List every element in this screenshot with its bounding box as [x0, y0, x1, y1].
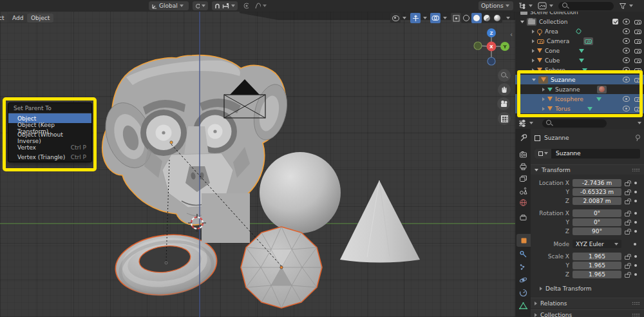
hide-eye-icon[interactable] [623, 48, 630, 53]
disclosure-icon[interactable] [532, 39, 535, 43]
object-name-field[interactable]: Suzanne [535, 149, 640, 158]
falloff-dropdown[interactable] [252, 1, 269, 10]
render-visibility-icon[interactable] [634, 48, 641, 53]
render-visibility-icon[interactable] [634, 57, 641, 63]
outliner-row-camera[interactable]: Camera [515, 36, 644, 46]
outliner-row-icosphere[interactable]: Icosphere [515, 94, 644, 104]
render-visibility-icon[interactable] [634, 77, 641, 82]
zoom-button[interactable] [498, 69, 511, 82]
hide-eye-icon[interactable] [623, 106, 630, 111]
render-visibility-icon[interactable] [634, 28, 641, 34]
orthographic-toggle-button[interactable] [498, 112, 511, 125]
tab-scene[interactable] [515, 184, 531, 197]
tab-render[interactable] [515, 148, 531, 160]
filter-chevron[interactable] [629, 5, 633, 7]
lock-icon[interactable] [625, 231, 630, 235]
render-visibility-icon[interactable] [634, 96, 641, 102]
render-visibility-icon[interactable] [634, 67, 641, 73]
menu-object[interactable]: Object [27, 14, 53, 23]
menu-item-vertex-triangle[interactable]: Vertex (Triangle)Ctrl P [8, 152, 91, 162]
menu-select[interactable]: ct [0, 14, 6, 23]
tab-world[interactable] [515, 196, 531, 209]
visibility-dropdown-chevron[interactable] [402, 17, 406, 19]
pin-icon[interactable] [635, 135, 640, 141]
display-mode-icon[interactable] [538, 2, 547, 10]
hide-eye-icon[interactable] [623, 19, 630, 24]
location-z-input[interactable]: 2.0087 m [573, 197, 621, 205]
scale-y-input[interactable]: 1.965 [573, 262, 621, 269]
tab-object-data[interactable] [515, 299, 531, 312]
animate-dot[interactable] [634, 230, 637, 233]
viewport-3d[interactable]: Z Y X ‹ Global [0, 0, 515, 317]
hide-eye-icon[interactable] [623, 28, 630, 34]
pivot-point-dropdown[interactable] [193, 1, 208, 10]
object-sphere[interactable] [260, 152, 341, 233]
lock-icon[interactable] [625, 200, 630, 204]
scale-x-input[interactable]: 1.965 [573, 253, 621, 260]
lock-icon[interactable] [625, 213, 630, 216]
pan-hand-button[interactable] [498, 83, 511, 96]
panel-grip[interactable] [632, 313, 640, 316]
menu-add[interactable]: Add [8, 14, 27, 23]
animate-dot[interactable] [634, 182, 637, 184]
object-type-visibility-button[interactable] [390, 13, 401, 23]
panel-grip[interactable] [632, 168, 640, 171]
shading-dropdown-chevron[interactable] [506, 17, 510, 19]
tab-collection-props[interactable] [515, 211, 531, 224]
outliner-row-suzanne[interactable]: Suzanne [515, 75, 644, 84]
id-type-dropdown[interactable] [535, 149, 551, 158]
tab-modifiers[interactable] [515, 247, 531, 260]
render-visibility-icon[interactable] [634, 19, 641, 24]
outliner-editor-icon[interactable] [518, 2, 526, 10]
shading-wireframe-button[interactable] [461, 13, 471, 23]
panel-relations[interactable]: Relations [531, 298, 644, 308]
tab-physics[interactable] [515, 273, 531, 286]
location-x-input[interactable]: -2.7436 m [573, 179, 621, 187]
disclosure-icon[interactable] [520, 21, 524, 23]
tab-output[interactable] [515, 160, 531, 173]
disclosure-icon[interactable] [532, 30, 535, 34]
menu-item-object-without-inverse[interactable]: Object (Without Inverse) [8, 133, 91, 142]
gizmo-axis-neg-y[interactable] [474, 42, 482, 50]
sidebar-collapse-arrow[interactable]: ‹ [510, 31, 513, 38]
shading-solid-button[interactable] [471, 13, 482, 23]
outliner-row-sphere[interactable]: Sphere [515, 65, 644, 75]
outliner-row-suzanne-mesh[interactable]: Suzanne [515, 84, 644, 94]
filter-icon[interactable] [619, 3, 627, 10]
lock-icon[interactable] [625, 274, 630, 278]
tab-object[interactable] [516, 234, 531, 247]
disclosure-icon[interactable] [532, 49, 535, 53]
rotation-y-input[interactable]: 0° [573, 218, 621, 226]
navigation-gizmo[interactable]: Z Y X [471, 26, 512, 68]
editor-type-chevron[interactable] [529, 122, 533, 124]
location-y-input[interactable]: -0.65323 m [573, 188, 621, 196]
object-cone[interactable] [340, 180, 420, 263]
transform-panel-header[interactable]: Transform [531, 164, 644, 175]
animate-dot[interactable] [634, 273, 637, 276]
disclosure-icon[interactable] [532, 79, 536, 81]
hide-eye-icon[interactable] [623, 38, 630, 44]
hide-eye-icon[interactable] [623, 57, 630, 63]
lock-icon[interactable] [625, 256, 630, 260]
subpanel-delta-transform[interactable]: Delta Transform [531, 285, 644, 292]
shading-rendered-button[interactable] [492, 13, 502, 23]
lock-icon[interactable] [625, 222, 630, 226]
properties-search-input[interactable] [542, 119, 607, 128]
snapping-controls[interactable] [212, 1, 238, 10]
object-cube[interactable] [202, 193, 250, 243]
animate-dot[interactable] [634, 264, 637, 267]
tab-tool[interactable] [515, 131, 531, 144]
xray-toggle[interactable] [451, 13, 461, 23]
scale-z-input[interactable]: 1.965 [573, 271, 621, 278]
lock-icon[interactable] [625, 191, 630, 195]
outliner-row-cone[interactable]: Cone [515, 46, 644, 55]
hide-eye-icon[interactable] [623, 77, 630, 82]
lock-icon[interactable] [625, 265, 630, 269]
gizmos-dropdown-chevron[interactable] [423, 17, 427, 19]
rotation-z-input[interactable]: 90° [573, 227, 621, 235]
disclosure-icon[interactable] [542, 107, 545, 111]
overlays-dropdown-chevron[interactable] [443, 17, 447, 19]
panel-grip[interactable] [632, 302, 640, 305]
object-icosphere[interactable] [241, 227, 322, 308]
overlays-toggle[interactable] [430, 13, 440, 23]
